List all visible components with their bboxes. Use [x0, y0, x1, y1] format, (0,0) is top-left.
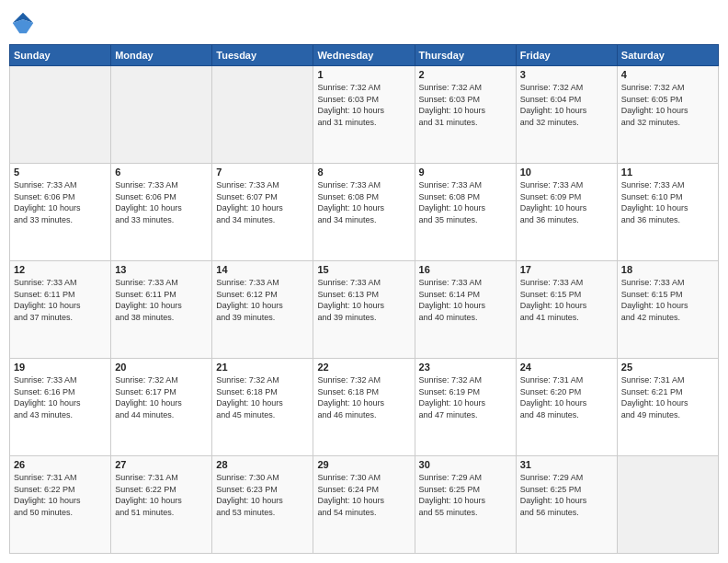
- calendar-cell: 16 Sunrise: 7:33 AMSunset: 6:14 PMDaylig…: [415, 261, 516, 359]
- day-number: 5: [14, 167, 107, 178]
- day-number: 3: [520, 69, 613, 80]
- calendar-cell: 5 Sunrise: 7:33 AMSunset: 6:06 PMDayligh…: [10, 164, 111, 261]
- day-number: 30: [419, 459, 512, 470]
- calendar-cell: 6 Sunrise: 7:33 AMSunset: 6:06 PMDayligh…: [111, 164, 212, 261]
- calendar-cell: 13 Sunrise: 7:33 AMSunset: 6:11 PMDaylig…: [111, 261, 212, 359]
- day-info: Sunrise: 7:33 AMSunset: 6:10 PMDaylight:…: [621, 179, 714, 225]
- calendar-cell: 31 Sunrise: 7:29 AMSunset: 6:25 PMDaylig…: [516, 456, 617, 554]
- day-number: 1: [317, 69, 410, 80]
- col-header-friday: Friday: [516, 45, 617, 66]
- calendar-cell: 25 Sunrise: 7:31 AMSunset: 6:21 PMDaylig…: [617, 359, 718, 456]
- day-info: Sunrise: 7:33 AMSunset: 6:06 PMDaylight:…: [14, 179, 107, 225]
- day-info: Sunrise: 7:31 AMSunset: 6:22 PMDaylight:…: [14, 472, 107, 518]
- calendar-cell: 30 Sunrise: 7:29 AMSunset: 6:25 PMDaylig…: [415, 456, 516, 554]
- day-info: Sunrise: 7:31 AMSunset: 6:22 PMDaylight:…: [115, 472, 208, 518]
- col-header-wednesday: Wednesday: [313, 45, 415, 66]
- week-row-3: 12 Sunrise: 7:33 AMSunset: 6:11 PMDaylig…: [10, 261, 719, 359]
- calendar-cell: 11 Sunrise: 7:33 AMSunset: 6:10 PMDaylig…: [617, 164, 718, 261]
- day-info: Sunrise: 7:33 AMSunset: 6:06 PMDaylight:…: [115, 179, 208, 225]
- calendar-cell: 4 Sunrise: 7:32 AMSunset: 6:05 PMDayligh…: [617, 66, 718, 164]
- day-number: 6: [115, 167, 208, 178]
- day-number: 8: [317, 167, 410, 178]
- day-info: Sunrise: 7:29 AMSunset: 6:25 PMDaylight:…: [520, 472, 613, 518]
- day-info: Sunrise: 7:32 AMSunset: 6:03 PMDaylight:…: [317, 82, 410, 128]
- day-info: Sunrise: 7:31 AMSunset: 6:21 PMDaylight:…: [621, 374, 714, 420]
- calendar-cell: 26 Sunrise: 7:31 AMSunset: 6:22 PMDaylig…: [10, 456, 111, 554]
- calendar-cell: [10, 66, 111, 164]
- day-number: 13: [115, 264, 208, 275]
- day-number: 7: [216, 167, 309, 178]
- calendar-cell: 12 Sunrise: 7:33 AMSunset: 6:11 PMDaylig…: [10, 261, 111, 359]
- day-info: Sunrise: 7:33 AMSunset: 6:08 PMDaylight:…: [317, 179, 410, 225]
- day-info: Sunrise: 7:33 AMSunset: 6:11 PMDaylight:…: [115, 277, 208, 323]
- day-info: Sunrise: 7:33 AMSunset: 6:08 PMDaylight:…: [419, 179, 512, 225]
- col-header-tuesday: Tuesday: [212, 45, 313, 66]
- day-number: 22: [317, 362, 410, 373]
- calendar-cell: 22 Sunrise: 7:32 AMSunset: 6:18 PMDaylig…: [313, 359, 415, 456]
- col-header-sunday: Sunday: [10, 45, 111, 66]
- calendar-cell: 17 Sunrise: 7:33 AMSunset: 6:15 PMDaylig…: [516, 261, 617, 359]
- day-info: Sunrise: 7:32 AMSunset: 6:04 PMDaylight:…: [520, 82, 613, 128]
- day-info: Sunrise: 7:33 AMSunset: 6:14 PMDaylight:…: [419, 277, 512, 323]
- calendar-cell: 28 Sunrise: 7:30 AMSunset: 6:23 PMDaylig…: [212, 456, 313, 554]
- day-number: 24: [520, 362, 613, 373]
- day-number: 26: [14, 459, 107, 470]
- day-info: Sunrise: 7:33 AMSunset: 6:09 PMDaylight:…: [520, 179, 613, 225]
- day-number: 27: [115, 459, 208, 470]
- calendar-cell: 20 Sunrise: 7:32 AMSunset: 6:17 PMDaylig…: [111, 359, 212, 456]
- calendar-cell: 7 Sunrise: 7:33 AMSunset: 6:07 PMDayligh…: [212, 164, 313, 261]
- day-info: Sunrise: 7:32 AMSunset: 6:19 PMDaylight:…: [419, 374, 512, 420]
- calendar-cell: 2 Sunrise: 7:32 AMSunset: 6:03 PMDayligh…: [415, 66, 516, 164]
- calendar-cell: 27 Sunrise: 7:31 AMSunset: 6:22 PMDaylig…: [111, 456, 212, 554]
- header: [9, 9, 719, 37]
- day-number: 23: [419, 362, 512, 373]
- calendar-cell: 15 Sunrise: 7:33 AMSunset: 6:13 PMDaylig…: [313, 261, 415, 359]
- day-info: Sunrise: 7:32 AMSunset: 6:17 PMDaylight:…: [115, 374, 208, 420]
- day-info: Sunrise: 7:33 AMSunset: 6:13 PMDaylight:…: [317, 277, 410, 323]
- day-number: 15: [317, 264, 410, 275]
- calendar-cell: 29 Sunrise: 7:30 AMSunset: 6:24 PMDaylig…: [313, 456, 415, 554]
- day-number: 21: [216, 362, 309, 373]
- day-number: 17: [520, 264, 613, 275]
- week-row-4: 19 Sunrise: 7:33 AMSunset: 6:16 PMDaylig…: [10, 359, 719, 456]
- day-number: 2: [419, 69, 512, 80]
- week-row-5: 26 Sunrise: 7:31 AMSunset: 6:22 PMDaylig…: [10, 456, 719, 554]
- day-number: 29: [317, 459, 410, 470]
- day-info: Sunrise: 7:30 AMSunset: 6:24 PMDaylight:…: [317, 472, 410, 518]
- day-number: 14: [216, 264, 309, 275]
- day-info: Sunrise: 7:30 AMSunset: 6:23 PMDaylight:…: [216, 472, 309, 518]
- calendar-cell: [212, 66, 313, 164]
- day-number: 4: [621, 69, 714, 80]
- calendar-cell: 1 Sunrise: 7:32 AMSunset: 6:03 PMDayligh…: [313, 66, 415, 164]
- day-info: Sunrise: 7:29 AMSunset: 6:25 PMDaylight:…: [419, 472, 512, 518]
- calendar-cell: 21 Sunrise: 7:32 AMSunset: 6:18 PMDaylig…: [212, 359, 313, 456]
- calendar-header-row: SundayMondayTuesdayWednesdayThursdayFrid…: [10, 45, 719, 66]
- day-number: 18: [621, 264, 714, 275]
- day-number: 31: [520, 459, 613, 470]
- day-info: Sunrise: 7:33 AMSunset: 6:07 PMDaylight:…: [216, 179, 309, 225]
- calendar-cell: [617, 456, 718, 554]
- day-number: 20: [115, 362, 208, 373]
- day-number: 10: [520, 167, 613, 178]
- calendar-cell: 8 Sunrise: 7:33 AMSunset: 6:08 PMDayligh…: [313, 164, 415, 261]
- calendar-cell: 18 Sunrise: 7:33 AMSunset: 6:15 PMDaylig…: [617, 261, 718, 359]
- day-number: 9: [419, 167, 512, 178]
- week-row-2: 5 Sunrise: 7:33 AMSunset: 6:06 PMDayligh…: [10, 164, 719, 261]
- day-info: Sunrise: 7:33 AMSunset: 6:11 PMDaylight:…: [14, 277, 107, 323]
- day-info: Sunrise: 7:31 AMSunset: 6:20 PMDaylight:…: [520, 374, 613, 420]
- day-info: Sunrise: 7:32 AMSunset: 6:18 PMDaylight:…: [317, 374, 410, 420]
- col-header-monday: Monday: [111, 45, 212, 66]
- day-number: 16: [419, 264, 512, 275]
- page: SundayMondayTuesdayWednesdayThursdayFrid…: [0, 0, 728, 563]
- day-info: Sunrise: 7:32 AMSunset: 6:05 PMDaylight:…: [621, 82, 714, 128]
- logo-icon: [9, 9, 37, 37]
- day-info: Sunrise: 7:33 AMSunset: 6:12 PMDaylight:…: [216, 277, 309, 323]
- calendar-cell: 3 Sunrise: 7:32 AMSunset: 6:04 PMDayligh…: [516, 66, 617, 164]
- calendar-cell: 19 Sunrise: 7:33 AMSunset: 6:16 PMDaylig…: [10, 359, 111, 456]
- day-info: Sunrise: 7:32 AMSunset: 6:03 PMDaylight:…: [419, 82, 512, 128]
- day-number: 25: [621, 362, 714, 373]
- calendar-cell: 9 Sunrise: 7:33 AMSunset: 6:08 PMDayligh…: [415, 164, 516, 261]
- calendar-table: SundayMondayTuesdayWednesdayThursdayFrid…: [9, 44, 719, 554]
- day-info: Sunrise: 7:33 AMSunset: 6:15 PMDaylight:…: [520, 277, 613, 323]
- calendar-cell: 24 Sunrise: 7:31 AMSunset: 6:20 PMDaylig…: [516, 359, 617, 456]
